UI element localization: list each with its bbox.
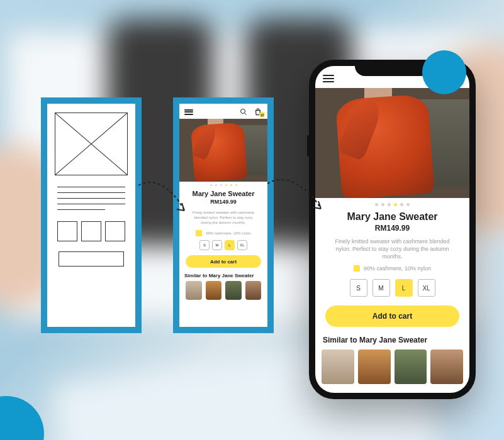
product-image[interactable] [179,119,267,182]
svg-line-3 [245,113,247,115]
size-selector: S M L XL [325,279,459,297]
cart-icon[interactable]: 12 [254,107,262,116]
carousel-dots[interactable] [179,182,267,187]
size-option-m[interactable]: M [212,240,222,250]
product-image[interactable] [315,88,469,198]
phone-device-frame: 12 Mary Jane Sweater RM149.99 Finely kni… [309,60,476,399]
phone-notch [355,60,430,76]
similar-products [179,281,267,306]
product-material: 90% cashmere, 10% nylon [189,230,257,236]
product-material: 90% cashmere, 10% nylon [325,265,459,272]
size-selector: S M L XL [189,240,257,250]
wireframe-image-placeholder [55,113,128,175]
phone-screen: 12 Mary Jane Sweater RM149.99 Finely kni… [315,66,469,393]
product-price: RM149.99 [189,199,257,205]
search-icon[interactable] [240,108,247,116]
product-description: Finely knitted sweater with cashmere ble… [325,238,459,260]
size-option-m[interactable]: M [372,279,390,297]
similar-heading: Similar to Mary Jane Sweater [315,327,469,349]
menu-icon[interactable] [184,109,193,115]
svg-point-2 [241,109,245,114]
size-option-xl[interactable]: XL [418,279,435,297]
menu-icon[interactable] [323,75,334,82]
carousel-dots[interactable] [315,198,469,209]
flow-arrow-icon [264,176,327,220]
size-option-s[interactable]: S [350,279,367,297]
wireframe-size-boxes [55,221,128,241]
svg-line-1 [55,113,127,175]
wireframe-button-placeholder [59,251,124,267]
add-to-cart-button[interactable]: Add to cart [325,305,459,327]
decorative-circle [422,50,466,94]
svg-line-0 [55,113,127,175]
mockup-screen: 12 Mary Jane Sweater RM149.99 Finely kni… [179,104,267,327]
size-option-l[interactable]: L [225,240,235,250]
similar-item[interactable] [358,349,391,384]
similar-heading: Similar to Mary Jane Sweater [179,268,267,281]
swatch-icon [196,230,202,236]
flow-arrow-icon [135,179,192,223]
similar-item[interactable] [395,349,427,384]
wireframe-frame [41,97,142,333]
similar-item[interactable] [186,281,202,300]
similar-item[interactable] [322,349,354,384]
product-title: Mary Jane Sweater [325,211,459,223]
size-option-s[interactable]: S [199,240,210,250]
cart-count-badge: 12 [259,112,265,118]
product-price: RM149.99 [325,224,459,233]
similar-item[interactable] [245,281,262,300]
size-option-l[interactable]: L [395,279,413,297]
similar-item[interactable] [430,349,463,384]
swatch-icon [354,265,360,272]
add-to-cart-button[interactable]: Add to cart [186,255,261,268]
size-option-xl[interactable]: XL [237,240,247,250]
wireframe-text-lines [57,187,125,210]
similar-products [315,349,469,390]
product-description: Finely knitted sweater with cashmere ble… [189,210,257,225]
similar-item[interactable] [225,281,242,300]
similar-item[interactable] [206,281,222,300]
product-title: Mary Jane Sweater [189,190,257,197]
